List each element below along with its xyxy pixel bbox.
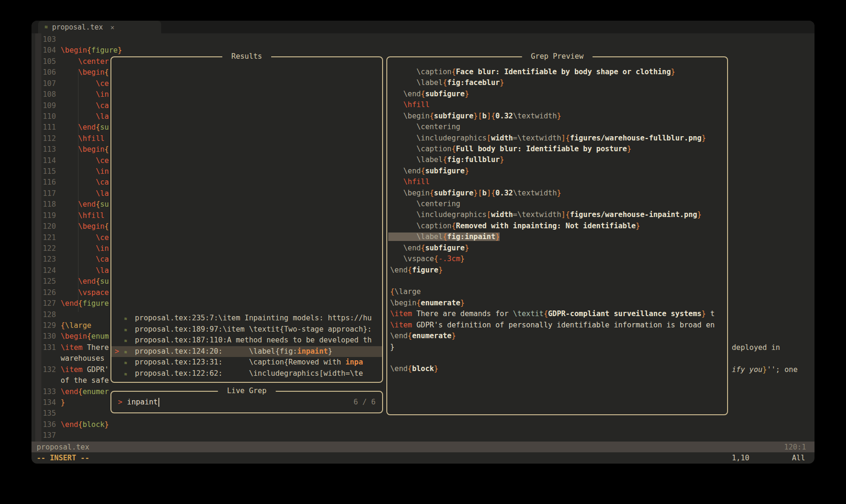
tex-file-icon: ≋	[124, 357, 127, 368]
wrapped-text-fragment: ify you}''; one	[732, 364, 798, 375]
line-number: 117	[31, 188, 56, 199]
result-row-selected[interactable]: >≋proposal.tex:124:20: \label{fig:inpain…	[111, 346, 382, 357]
tex-file-icon: ≋	[124, 325, 127, 335]
line-number: 128	[31, 310, 56, 320]
line-number: 104	[31, 45, 56, 56]
mode-indicator: -- INSERT --	[37, 452, 89, 464]
preview-line: \centering	[387, 199, 726, 209]
preview-content: \caption{Face blur: Identifiable by body…	[387, 67, 726, 375]
editor-window: ≋ proposal.tex ✕ 103104\begin{figure}105…	[31, 21, 815, 464]
line-number: 111	[31, 122, 56, 133]
live-grep-window[interactable]: Live Grep > inpaint 6 / 6	[110, 391, 383, 413]
line-number: 132	[31, 364, 56, 375]
preview-line: \begin{subfigure}[b]{0.32\textwidth}	[387, 188, 726, 199]
statusbar-filename: proposal.tex	[37, 443, 89, 451]
line-number: 105	[31, 56, 56, 67]
line-number: 113	[31, 144, 56, 155]
line-number: 135	[31, 408, 56, 419]
preview-line: \centering	[387, 122, 726, 132]
line-number: 127	[31, 298, 56, 309]
line-number: 112	[31, 133, 56, 144]
status-bar: proposal.tex 120:1	[31, 442, 815, 452]
line-number: 115	[31, 166, 56, 177]
preview-line: \label{fig:fullblur}	[387, 155, 726, 165]
wrapped-text-fragment: deployed in	[732, 342, 780, 353]
line-number: 114	[31, 155, 56, 166]
ruler-scroll-indicator: All	[792, 452, 805, 464]
preview-line: \hfill	[387, 177, 726, 187]
code-line[interactable]: 103	[31, 34, 815, 45]
line-number: 107	[31, 78, 56, 89]
line-number: 136	[31, 419, 56, 430]
selection-arrow-icon: >	[115, 346, 119, 357]
tex-file-icon: ≋	[45, 21, 48, 33]
search-input[interactable]: inpaint	[127, 398, 157, 406]
preview-line: \item GDPR's definition of personally id…	[387, 320, 726, 331]
code-line[interactable]: 137	[31, 430, 815, 441]
results-title: Results	[222, 51, 271, 62]
line-number: 103	[31, 34, 56, 45]
line-number: 118	[31, 199, 56, 210]
preview-line: \end{block}	[387, 364, 726, 374]
line-number: 129	[31, 320, 56, 331]
line-number: 106	[31, 67, 56, 78]
grep-preview-window: Grep Preview \caption{Face blur: Identif…	[386, 56, 728, 415]
prompt-icon: >	[118, 398, 122, 406]
line-number: 108	[31, 89, 56, 100]
line-number: 123	[31, 254, 56, 265]
preview-line: \item There are demands for \textit{GDPR…	[387, 309, 726, 319]
preview-line	[387, 276, 726, 287]
result-row[interactable]: ≋proposal.tex:122:62: \includegraphics[w…	[111, 368, 382, 379]
ruler-cursor-position: 1,10	[732, 452, 749, 464]
preview-line	[387, 353, 726, 364]
result-counter: 6 / 6	[353, 398, 376, 406]
result-row[interactable]: ≋proposal.tex:235:7:\item Inpainting mod…	[111, 313, 382, 324]
tex-file-icon: ≋	[124, 313, 127, 324]
preview-line: \label{fig:faceblur}	[387, 78, 726, 88]
code-line[interactable]: 136\end{block}	[31, 419, 815, 430]
text-cursor	[158, 398, 159, 407]
preview-line: \end{subfigure}	[387, 243, 726, 254]
preview-title: Grep Preview	[522, 51, 593, 62]
tex-file-icon: ≋	[124, 347, 127, 357]
tex-file-icon: ≋	[124, 335, 127, 346]
preview-line: }	[387, 342, 726, 353]
line-number: 109	[31, 101, 56, 111]
preview-line: \vspace{-.3cm}	[387, 254, 726, 264]
line-number: 110	[31, 111, 56, 122]
tab-bar: ≋ proposal.tex ✕	[31, 21, 815, 33]
preview-line: \end{subfigure}	[387, 166, 726, 177]
live-grep-title: Live Grep	[218, 386, 276, 396]
preview-line: \caption{Full body blur: Identifiable by…	[387, 144, 726, 155]
line-number: 137	[31, 430, 56, 441]
command-line: -- INSERT -- 1,10 All	[31, 452, 815, 464]
result-row[interactable]: ≋proposal.tex:187:110:A method needs to …	[111, 335, 382, 346]
line-number: 125	[31, 276, 56, 287]
line-number: 122	[31, 243, 56, 254]
preview-line: \end{figure}	[387, 265, 726, 276]
results-window: Results ≋proposal.tex:235:7:\item Inpain…	[110, 56, 383, 383]
code-line[interactable]: 104\begin{figure}	[31, 45, 815, 56]
preview-line: {\large	[387, 287, 726, 297]
line-number: 134	[31, 397, 56, 408]
preview-line: \end{enumerate}	[387, 331, 726, 341]
statusbar-position: 120:1	[784, 443, 806, 451]
line-number: 131	[31, 342, 56, 353]
preview-line: \includegraphics[width=\textwidth]{figur…	[387, 133, 726, 144]
preview-line: \hfill	[387, 100, 726, 110]
line-number: 124	[31, 265, 56, 276]
line-number: 119	[31, 210, 56, 221]
line-number: 120	[31, 221, 56, 232]
tab-label: proposal.tex	[52, 23, 103, 31]
preview-line: \includegraphics[width=\textwidth]{figur…	[387, 209, 726, 220]
line-number: 116	[31, 177, 56, 188]
tab-proposal-tex[interactable]: ≋ proposal.tex ✕	[38, 21, 161, 33]
result-row[interactable]: ≋proposal.tex:189:97:\item \textit{Two-s…	[111, 324, 382, 335]
results-list: ≋proposal.tex:235:7:\item Inpainting mod…	[111, 313, 382, 379]
close-icon[interactable]: ✕	[110, 23, 114, 31]
line-number: 133	[31, 387, 56, 397]
preview-line-highlighted: \label{fig:inpaint}	[387, 232, 726, 242]
preview-line: \caption{Face blur: Identifiable by body…	[387, 67, 726, 78]
result-row[interactable]: ≋proposal.tex:123:31: \caption{Removed w…	[111, 357, 382, 368]
tex-file-icon: ≋	[124, 369, 127, 379]
